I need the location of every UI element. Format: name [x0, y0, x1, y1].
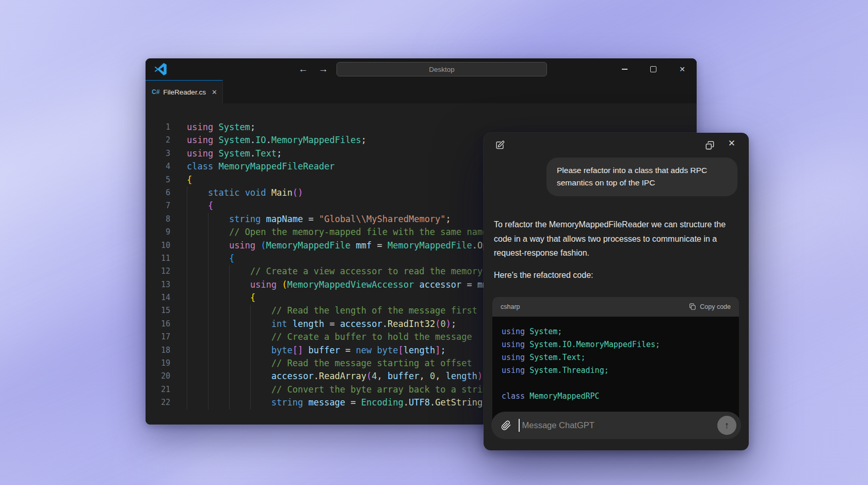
code-language-label: csharp — [501, 303, 520, 310]
line-number: 19 — [146, 357, 170, 370]
code-line: using System.Text; — [502, 351, 730, 364]
vscode-window-controls: ✕ — [610, 58, 697, 80]
assistant-response-lead: Here's the refactored code: — [494, 271, 593, 280]
minimize-icon — [622, 69, 628, 70]
tab-label: FileReader.cs — [163, 88, 206, 96]
line-number: 15 — [146, 304, 170, 317]
code-line: 1using System; — [146, 121, 697, 134]
line-number: 18 — [146, 344, 170, 357]
line-content: // Open the memory-mapped file with the … — [170, 226, 488, 239]
csharp-file-icon: C# — [152, 88, 159, 96]
line-number: 22 — [146, 396, 170, 409]
user-message-bubble: Please refactor into a class that adds R… — [546, 158, 737, 196]
assistant-response-text: To refactor the MemoryMappedFileReader w… — [494, 217, 741, 260]
line-content: // Create a buffer to hold the message — [170, 331, 472, 343]
user-message-text: Please refactor into a class that adds R… — [557, 166, 707, 187]
popout-icon — [705, 140, 715, 150]
code-line — [502, 377, 730, 390]
line-content: int length = accessor.ReadInt32(0); — [170, 318, 456, 331]
line-number: 12 — [146, 265, 170, 278]
line-number: 4 — [146, 160, 170, 173]
line-number: 13 — [146, 278, 170, 291]
line-number: 7 — [146, 199, 170, 212]
new-chat-button[interactable] — [495, 140, 505, 150]
maximize-button[interactable] — [639, 58, 668, 80]
copy-code-label: Copy code — [700, 303, 731, 310]
attachment-icon[interactable] — [501, 420, 511, 431]
desktop-wallpaper: ← → Desktop ✕ C# FileReader.cs ✕ — [0, 0, 868, 485]
vscode-search-label: Desktop — [429, 66, 455, 73]
line-number: 3 — [146, 147, 170, 160]
line-number: 6 — [146, 186, 170, 199]
code-block-header: csharp Copy code — [492, 297, 739, 317]
maximize-icon — [650, 66, 656, 72]
code-line: using System.Threading; — [502, 364, 730, 377]
code-line: using System.IO.MemoryMappedFiles; — [502, 338, 730, 351]
message-input[interactable]: Message ChatGPT ↑ — [491, 412, 741, 439]
line-content: // Create a view accessor to read the me… — [170, 265, 483, 278]
close-icon: ✕ — [679, 65, 685, 73]
line-content: class MemoryMappedFileReader — [170, 160, 335, 173]
line-content: accessor.ReadArray(4, buffer, 0, length)… — [170, 370, 488, 383]
tab-filereader[interactable]: C# FileReader.cs ✕ — [146, 80, 223, 103]
line-number: 2 — [146, 134, 170, 147]
vscode-titlebar[interactable]: ← → Desktop ✕ — [146, 58, 697, 80]
line-content: byte[] buffer = new byte[length]; — [170, 344, 446, 357]
line-content: // Read the message starting at offset — [170, 357, 472, 370]
tab-close-icon[interactable]: ✕ — [212, 88, 217, 96]
line-number: 5 — [146, 174, 170, 186]
minimize-button[interactable] — [610, 58, 639, 80]
code-line: class MemoryMappedRPC — [502, 390, 730, 403]
compose-icon — [495, 140, 505, 150]
text-cursor — [519, 419, 520, 432]
close-icon: ✕ — [728, 138, 735, 148]
line-content: string mapName = "Global\\MySharedMemory… — [170, 213, 451, 226]
line-number: 14 — [146, 291, 170, 304]
line-content: { — [170, 291, 255, 304]
send-arrow-icon: ↑ — [725, 420, 730, 431]
input-placeholder: Message ChatGPT — [522, 420, 594, 430]
code-line: using System; — [502, 325, 730, 338]
close-window-button[interactable]: ✕ — [668, 58, 697, 80]
line-number: 21 — [146, 383, 170, 396]
close-chatgpt-button[interactable]: ✕ — [728, 138, 735, 149]
back-icon[interactable]: ← — [298, 64, 308, 75]
line-content: using System; — [170, 121, 255, 134]
line-number: 17 — [146, 331, 170, 343]
vscode-nav-arrows: ← → — [298, 58, 328, 80]
code-block: csharp Copy code using System;using Syst… — [492, 297, 739, 427]
line-number: 10 — [146, 239, 170, 252]
line-content: using System.Text; — [170, 147, 282, 160]
vscode-search-box[interactable]: Desktop — [336, 62, 547, 76]
vscode-tab-bar: C# FileReader.cs ✕ ⋯ — [146, 80, 697, 104]
line-content: { — [170, 252, 234, 265]
vscode-logo-icon — [154, 62, 167, 76]
forward-icon[interactable]: → — [318, 64, 328, 75]
line-content: string message = Encoding.UTF8.GetString… — [170, 396, 530, 409]
line-number: 1 — [146, 121, 170, 134]
line-content: static void Main() — [170, 186, 303, 199]
line-number: 16 — [146, 318, 170, 331]
line-content: // Read the length of the message first — [170, 304, 477, 317]
line-content: // Convert the byte array back to a stri… — [170, 383, 493, 396]
line-number: 20 — [146, 370, 170, 383]
code-block-body: using System;using System.IO.MemoryMappe… — [492, 317, 739, 412]
copy-icon — [689, 303, 696, 310]
line-content: using System.IO.MemoryMappedFiles; — [170, 134, 366, 147]
chatgpt-window: ✕ Please refactor into a class that adds… — [484, 133, 749, 450]
line-number: 8 — [146, 213, 170, 226]
popout-button[interactable] — [705, 140, 715, 150]
line-number: 11 — [146, 252, 170, 265]
line-number: 9 — [146, 226, 170, 239]
copy-code-button[interactable]: Copy code — [689, 303, 731, 310]
line-content: { — [170, 199, 213, 212]
line-content: { — [170, 174, 192, 186]
send-button[interactable]: ↑ — [717, 416, 736, 435]
